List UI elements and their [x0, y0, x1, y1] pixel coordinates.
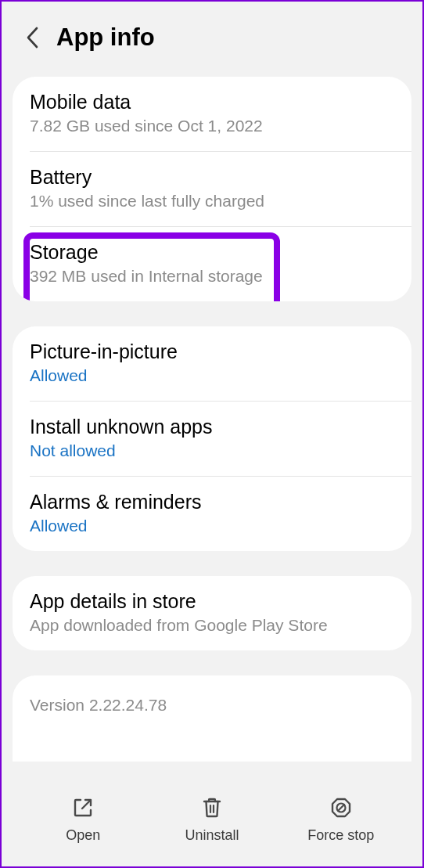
row-status: Allowed [30, 366, 394, 385]
trash-icon [200, 796, 224, 819]
open-button[interactable]: Open [19, 796, 148, 844]
version-text: Version 2.22.24.78 [30, 696, 394, 715]
row-status: Not allowed [30, 441, 394, 460]
store-card: App details in store App downloaded from… [13, 576, 411, 650]
stop-icon [329, 796, 353, 819]
uninstall-button[interactable]: Uninstall [148, 796, 277, 844]
row-title: Alarms & reminders [30, 491, 394, 513]
row-install-unknown-apps[interactable]: Install unknown apps Not allowed [13, 402, 411, 476]
row-title: Storage [30, 241, 394, 264]
usage-card: Mobile data 7.82 GB used since Oct 1, 20… [13, 77, 411, 301]
content-area: Mobile data 7.82 GB used since Oct 1, 20… [2, 77, 422, 780]
label: Force stop [307, 827, 374, 844]
row-title: App details in store [30, 590, 394, 613]
row-sub: 1% used since last fully charged [30, 192, 394, 211]
row-title: Picture-in-picture [30, 340, 394, 363]
label: Open [66, 827, 100, 844]
label: Uninstall [185, 827, 239, 844]
version-card: Version 2.22.24.78 [13, 675, 411, 762]
row-sub: 392 MB used in Internal storage [30, 267, 394, 286]
row-battery[interactable]: Battery 1% used since last fully charged [13, 152, 411, 226]
page-title: App info [56, 23, 155, 52]
row-picture-in-picture[interactable]: Picture-in-picture Allowed [13, 326, 411, 401]
row-title: Mobile data [30, 91, 394, 113]
row-mobile-data[interactable]: Mobile data 7.82 GB used since Oct 1, 20… [13, 77, 411, 151]
row-title: Battery [30, 166, 394, 189]
bottom-bar: Open Uninstall Force stop [3, 780, 421, 866]
header: App info [2, 2, 422, 69]
permissions-card: Picture-in-picture Allowed Install unkno… [13, 326, 411, 551]
back-icon[interactable] [25, 26, 41, 49]
row-alarms-reminders[interactable]: Alarms & reminders Allowed [13, 477, 411, 551]
row-sub: 7.82 GB used since Oct 1, 2022 [30, 117, 394, 135]
row-storage[interactable]: Storage 392 MB used in Internal storage [13, 227, 411, 301]
force-stop-button[interactable]: Force stop [276, 796, 405, 844]
row-sub: App downloaded from Google Play Store [30, 616, 394, 635]
row-status: Allowed [30, 517, 394, 535]
row-app-details-store[interactable]: App details in store App downloaded from… [13, 576, 411, 650]
row-title: Install unknown apps [30, 416, 394, 438]
open-icon [71, 796, 95, 819]
